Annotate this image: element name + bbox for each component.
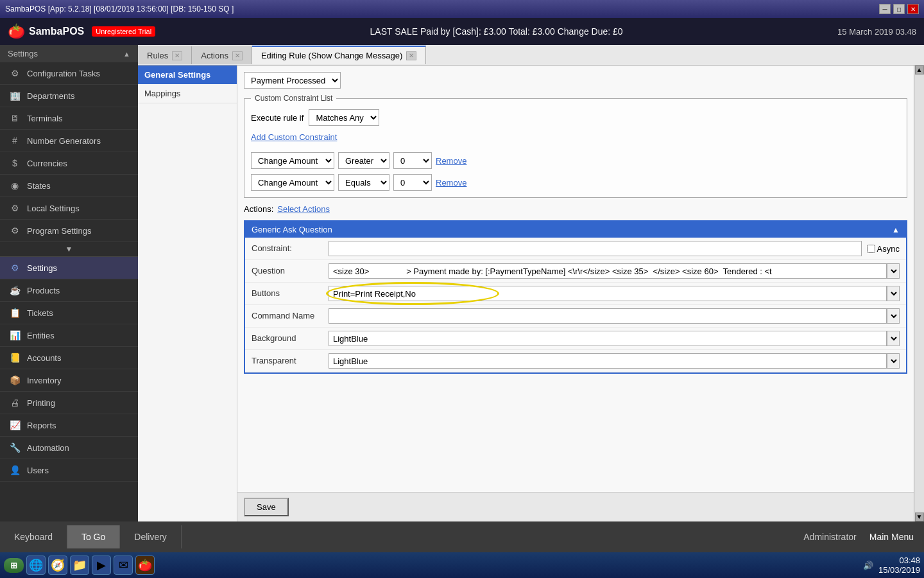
sidebar-section-settings[interactable]: Settings ▲: [0, 45, 138, 62]
constraint-value-2[interactable]: 0: [393, 174, 432, 191]
general-settings-label: General Settings: [144, 70, 210, 80]
constraint-field-row: Constraint: Async: [245, 238, 906, 260]
sidebar-item-automation[interactable]: 🔧 Automation: [0, 437, 138, 459]
scroll-up-button[interactable]: ▲: [915, 66, 924, 74]
transparent-row: Transparent ▼: [245, 350, 906, 372]
save-button[interactable]: Save: [244, 498, 289, 516]
sidebar-section-label: Settings: [8, 49, 38, 58]
main-layout: Settings ▲ ⚙ Configuration Tasks 🏢 Depar…: [0, 45, 924, 521]
sidebar-item-entities[interactable]: 📊 Entities: [0, 324, 138, 347]
background-dropdown[interactable]: ▼: [887, 331, 900, 346]
buttons-input[interactable]: [329, 286, 887, 301]
select-actions-link[interactable]: Select Actions: [277, 204, 330, 214]
reports-icon: 📈: [9, 420, 21, 430]
sidebar-item-currencies[interactable]: $ Currencies: [0, 152, 138, 175]
background-input[interactable]: [329, 331, 887, 346]
sidebar-item-reports[interactable]: 📈 Reports: [0, 414, 138, 437]
section-collapse-arrow[interactable]: ▼: [0, 242, 138, 257]
sidebar-item-accounts[interactable]: 📒 Accounts: [0, 347, 138, 369]
sidebar-item-number-generators[interactable]: # Number Generators: [0, 130, 138, 152]
constraint-field-1[interactable]: Change Amount: [251, 152, 334, 169]
constraint-field-2[interactable]: Change Amount: [251, 174, 334, 191]
tab-actions-close[interactable]: ✕: [232, 51, 243, 60]
question-dropdown[interactable]: ▼: [887, 263, 900, 279]
action-collapse-button[interactable]: ▲: [892, 225, 900, 234]
command-name-value: ▼: [329, 308, 900, 324]
title-bar-text: SambaPOS [App: 5.2.18] [08/01/2019 13:56…: [5, 4, 234, 13]
close-button[interactable]: ✕: [907, 4, 919, 14]
action-section-header: Generic Ask Question ▲: [245, 222, 906, 238]
maximize-button[interactable]: □: [893, 4, 905, 14]
event-dropdown[interactable]: Payment Processed: [244, 72, 341, 89]
tab-rules-close[interactable]: ✕: [172, 51, 182, 60]
taskbar-icon-browser[interactable]: 🧭: [48, 556, 67, 575]
scrollbar[interactable]: ▲ ▼: [914, 66, 924, 521]
command-name-input[interactable]: [329, 308, 887, 324]
taskbar-icon-sambapos[interactable]: 🍅: [135, 556, 155, 575]
question-field-row: Question ▼: [245, 260, 906, 283]
sidebar-item-configuration-tasks[interactable]: ⚙ Configuration Tasks: [0, 62, 138, 85]
transparent-input[interactable]: [329, 353, 887, 369]
sidebar-item-tickets[interactable]: 📋 Tickets: [0, 302, 138, 324]
buttons-dropdown[interactable]: ▼: [887, 286, 900, 301]
sidebar-item-local-settings[interactable]: ⚙ Local Settings: [0, 197, 138, 220]
title-bar-controls: ─ □ ✕: [879, 4, 919, 14]
sidebar-item-settings[interactable]: ⚙ Settings: [0, 257, 138, 279]
sidebar-item-products[interactable]: ☕ Products: [0, 279, 138, 302]
sidebar-item-printing[interactable]: 🖨 Printing: [0, 392, 138, 414]
question-input[interactable]: [329, 263, 887, 279]
constraint-remove-1[interactable]: Remove: [436, 156, 466, 166]
constraint-remove-2[interactable]: Remove: [436, 178, 466, 188]
tab-rules[interactable]: Rules ✕: [138, 46, 192, 64]
async-label: Async: [877, 244, 900, 254]
sidebar-item-terminals[interactable]: 🖥 Terminals: [0, 107, 138, 130]
background-label: Background: [252, 331, 329, 343]
sidebar-item-departments[interactable]: 🏢 Departments: [0, 85, 138, 107]
constraint-operator-1[interactable]: Greater Less Equals: [338, 152, 389, 169]
sidebar-item-label: Program Settings: [27, 226, 91, 236]
execute-dropdown[interactable]: Matches Any Matches All: [309, 109, 379, 126]
administrator-label[interactable]: Administrator: [803, 532, 856, 542]
general-settings-tab[interactable]: General Settings: [138, 66, 237, 84]
background-value: ▼: [329, 331, 900, 346]
add-custom-constraint-link[interactable]: Add Custom Constraint: [251, 132, 337, 142]
sidebar-item-inventory[interactable]: 📦 Inventory: [0, 369, 138, 392]
transparent-dropdown[interactable]: ▼: [887, 353, 900, 369]
main-menu-button[interactable]: Main Menu: [869, 532, 914, 542]
accounts-icon: 📒: [9, 353, 21, 363]
keyboard-button[interactable]: Keyboard: [0, 525, 67, 548]
buttons-label: Buttons: [252, 286, 329, 298]
command-name-dropdown[interactable]: ▼: [887, 308, 900, 324]
delivery-button[interactable]: Delivery: [120, 525, 182, 548]
to-go-button[interactable]: To Go: [67, 525, 120, 548]
constraint-value-1[interactable]: 0: [393, 152, 432, 169]
save-bar: Save: [237, 492, 914, 521]
tray-time: 03:48: [878, 556, 920, 565]
taskbar-icon-mail[interactable]: ✉: [114, 556, 133, 575]
entities-icon: 📊: [9, 330, 21, 340]
configuration-tasks-icon: ⚙: [9, 68, 21, 78]
sidebar-item-states[interactable]: ◉ States: [0, 175, 138, 197]
sidebar-item-label: Users: [27, 466, 49, 475]
taskbar-icon-folder[interactable]: 📁: [70, 556, 89, 575]
start-button[interactable]: ⊞: [4, 558, 24, 573]
taskbar-icon-media[interactable]: ▶: [92, 556, 111, 575]
sidebar-item-users[interactable]: 👤 Users: [0, 459, 138, 482]
printing-icon: 🖨: [9, 398, 21, 408]
async-checkbox[interactable]: [867, 245, 875, 253]
tab-editing-rule-close[interactable]: ✕: [406, 51, 416, 60]
minimize-button[interactable]: ─: [879, 4, 891, 14]
tab-actions[interactable]: Actions ✕: [192, 46, 252, 64]
scroll-down-button[interactable]: ▼: [915, 512, 924, 521]
sidebar-item-program-settings[interactable]: ⚙ Program Settings: [0, 220, 138, 242]
mappings-item[interactable]: Mappings: [138, 84, 237, 103]
constraint-input[interactable]: [329, 241, 862, 256]
tray-date: 15/03/2019: [878, 565, 920, 575]
sidebar-collapse-icon[interactable]: ▲: [123, 50, 130, 58]
logo-icon: 🍅: [8, 23, 25, 40]
tab-editing-rule[interactable]: Editing Rule (Show Change Message) ✕: [252, 46, 426, 64]
transparent-value: ▼: [329, 353, 900, 369]
sidebar-item-label: Terminals: [27, 114, 63, 123]
constraint-operator-2[interactable]: Greater Less Equals: [338, 174, 389, 191]
taskbar-icon-ie[interactable]: 🌐: [26, 556, 46, 575]
